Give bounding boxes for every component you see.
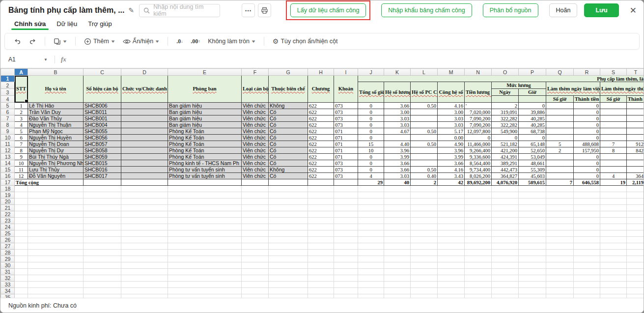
cell-Q12[interactable]: 2 <box>546 147 574 154</box>
import-attendance-button[interactable]: Nhập khẩu bảng chấm công <box>381 3 472 17</box>
cell-H28[interactable] <box>308 250 334 256</box>
cell-G15[interactable]: Không <box>269 167 308 173</box>
cell-N24[interactable] <box>465 224 492 230</box>
cell-I25[interactable] <box>334 230 358 237</box>
cell-D8[interactable] <box>121 122 168 128</box>
cell-I18[interactable] <box>334 186 358 192</box>
cell-N33[interactable] <box>465 282 492 288</box>
cell-P22[interactable] <box>519 211 546 218</box>
cell-Q9[interactable] <box>546 128 574 135</box>
row-header-32[interactable]: 32 <box>1 275 15 282</box>
cell-G26[interactable] <box>269 237 308 243</box>
cell-J28[interactable] <box>358 250 384 256</box>
cell-K35[interactable] <box>384 294 411 298</box>
cell-E5[interactable]: Ban giám hiệu <box>168 103 242 109</box>
cell-N28[interactable] <box>465 250 492 256</box>
cell-E22[interactable] <box>168 211 242 218</box>
cell-E35[interactable] <box>168 294 242 298</box>
cell-G34[interactable] <box>269 288 308 294</box>
cell-O10[interactable]: 0 <box>492 135 519 141</box>
cell-N19[interactable] <box>465 192 492 199</box>
cell-E33[interactable] <box>168 282 242 288</box>
cell-K32[interactable] <box>384 275 411 282</box>
cell-M21[interactable] <box>438 205 465 211</box>
cell-M15[interactable]: 4.16 <box>438 167 465 173</box>
cell-N17[interactable]: 89,692,200 <box>465 179 492 186</box>
cell-P21[interactable] <box>519 205 546 211</box>
cell-E8[interactable]: Ban giám hiệu <box>168 122 242 128</box>
cell-D35[interactable] <box>121 294 168 298</box>
cell-H12[interactable]: 622 <box>308 147 334 154</box>
cell-C27[interactable] <box>84 243 121 250</box>
cell-J31[interactable] <box>358 269 384 275</box>
more-button[interactable]: ⋯ <box>242 3 255 17</box>
cell-name-box[interactable]: A1 <box>8 56 44 63</box>
cell-N11[interactable]: 11,466,000 <box>465 141 492 147</box>
cell-N15[interactable]: 9,734,400 <box>465 167 492 173</box>
cell-R32[interactable] <box>574 275 600 282</box>
cell-H31[interactable] <box>308 269 334 275</box>
cell-I31[interactable] <box>334 269 358 275</box>
header-thuoc-bien-che[interactable]: Thuộc biên chế <box>269 76 308 103</box>
cell-T11[interactable]: 912 <box>627 141 644 147</box>
cell-P33[interactable] <box>519 282 546 288</box>
cell-J23[interactable] <box>358 218 384 224</box>
cell-S11[interactable]: 7 <box>600 141 627 147</box>
cell-S28[interactable] <box>600 250 627 256</box>
print-button[interactable] <box>258 3 271 17</box>
cell-F27[interactable] <box>242 243 269 250</box>
cell-O30[interactable] <box>492 262 519 269</box>
cell-D15[interactable] <box>121 167 168 173</box>
cell-O32[interactable] <box>492 275 519 282</box>
cell-C31[interactable] <box>84 269 121 275</box>
cell-L28[interactable] <box>411 250 438 256</box>
cell-F28[interactable] <box>242 250 269 256</box>
cell-S22[interactable] <box>600 211 627 218</box>
cell-L30[interactable] <box>411 262 438 269</box>
cell-O6[interactable]: 319,091 <box>492 109 519 115</box>
cell-E27[interactable] <box>168 243 242 250</box>
cell-D7[interactable] <box>121 115 168 122</box>
cell-J6[interactable]: 0 <box>358 109 384 115</box>
cell-M6[interactable]: 3.00 <box>438 109 465 115</box>
cell-M35[interactable] <box>438 294 465 298</box>
cell-J35[interactable] <box>358 294 384 298</box>
cell-Q32[interactable] <box>546 275 574 282</box>
cell-S24[interactable] <box>600 224 627 230</box>
cell-P10[interactable]: 0 <box>519 135 546 141</box>
cell-P17[interactable]: 509,615 <box>519 179 546 186</box>
cell-B31[interactable] <box>28 269 84 275</box>
cell-E29[interactable] <box>168 256 242 262</box>
cell-Q7[interactable] <box>546 115 574 122</box>
cell-B32[interactable] <box>28 275 84 282</box>
cell-I26[interactable] <box>334 237 358 243</box>
cell-S7[interactable] <box>600 115 627 122</box>
row-header-22[interactable]: 22 <box>1 211 15 218</box>
cell-G33[interactable] <box>269 282 308 288</box>
cell-F29[interactable] <box>242 256 269 262</box>
cell-J14[interactable]: 0 <box>358 160 384 167</box>
header-lam-them-ngay-cn[interactable]: Làm thêm ngày thứ CN <box>600 82 644 96</box>
cell-B6[interactable]: Trần Văn Duy <box>28 109 84 115</box>
column-header-B[interactable]: B <box>28 69 84 76</box>
cell-G21[interactable] <box>269 205 308 211</box>
cell-E7[interactable]: Ban giám hiệu <box>168 115 242 122</box>
row-header-12[interactable]: 12 <box>1 147 15 154</box>
cell-S12[interactable]: 8 <box>600 147 627 154</box>
column-header-K[interactable]: K <box>384 69 411 76</box>
cell-K10[interactable] <box>384 135 411 141</box>
cell-I15[interactable]: 073 <box>334 167 358 173</box>
cell-R17[interactable]: 646,558 <box>574 179 600 186</box>
cell-P14[interactable]: 48,661 <box>519 160 546 167</box>
cell-C28[interactable] <box>84 250 121 256</box>
cell-D14[interactable] <box>121 160 168 167</box>
cell-K18[interactable] <box>384 186 411 192</box>
cell-Q21[interactable] <box>546 205 574 211</box>
cell-M30[interactable] <box>438 262 465 269</box>
cell-H14[interactable]: 622 <box>308 160 334 167</box>
cell-T9[interactable] <box>627 128 644 135</box>
cell-N29[interactable] <box>465 256 492 262</box>
cell-J5[interactable]: 0 <box>358 103 384 109</box>
cell-M10[interactable]: 0.00 <box>438 135 465 141</box>
cell-S17[interactable]: 19 <box>600 179 627 186</box>
